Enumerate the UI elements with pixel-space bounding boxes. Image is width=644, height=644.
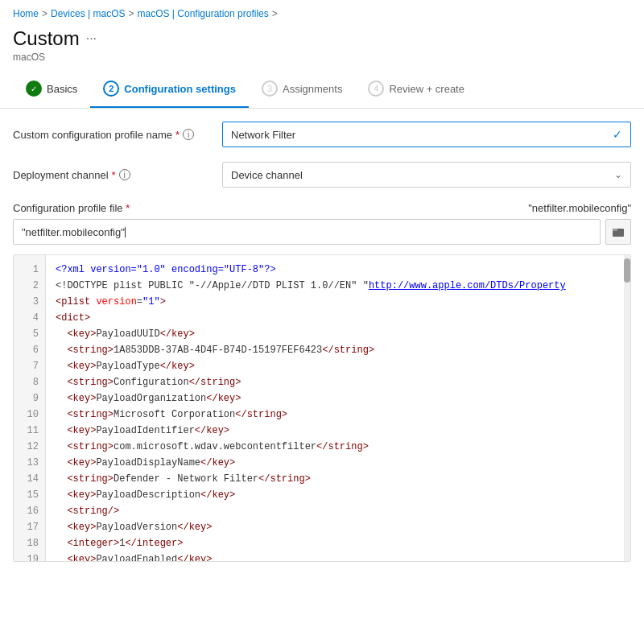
svg-rect-1 [613,229,617,231]
step-basics[interactable]: ✓ Basics [13,71,90,108]
step-configuration-label: Configuration settings [124,83,236,95]
deployment-channel-value: Device channel [231,169,303,181]
step-review-label: Review + create [389,83,464,95]
step-basics-circle: ✓ [26,80,42,97]
line-numbers: 1 2 3 4 5 6 7 8 9 10 11 12 13 14 15 16 1… [14,255,46,561]
ellipsis-button[interactable]: ··· [86,31,97,46]
scrollbar-thumb[interactable] [624,258,630,283]
step-review-circle: 4 [368,80,384,97]
form-area: Custom configuration profile name * i Ne… [0,109,644,575]
deployment-channel-row: Deployment channel * i Device channel ⌄ [13,162,631,188]
page-header: Custom ··· macOS [0,24,644,71]
file-input-box[interactable]: "netfilter.mobileconfig" [13,219,601,245]
file-input-value: "netfilter.mobileconfig" [22,226,125,238]
deployment-channel-dropdown[interactable]: Device channel ⌄ [222,162,631,188]
file-input-row: "netfilter.mobileconfig" [13,219,631,245]
step-assignments-circle: 3 [262,80,278,97]
folder-icon [613,226,624,237]
deployment-channel-arrow-icon: ⌄ [614,169,622,180]
deployment-channel-info-icon[interactable]: i [119,169,130,180]
breadcrumb: Home > Devices | macOS > macOS | Configu… [0,0,644,24]
step-configuration[interactable]: 2 Configuration settings [90,71,249,108]
code-content[interactable]: <?xml version="1.0" encoding="UTF-8"?> <… [46,255,630,561]
profile-name-value: Network Filter [231,129,295,141]
page-subtitle: macOS [13,52,631,63]
scrollbar[interactable] [624,255,630,561]
code-area: 1 2 3 4 5 6 7 8 9 10 11 12 13 14 15 16 1… [14,255,630,561]
deployment-channel-label: Deployment channel * i [13,169,222,181]
breadcrumb-home[interactable]: Home [13,8,39,19]
profile-name-info-icon[interactable]: i [183,129,194,140]
breadcrumb-profiles[interactable]: macOS | Configuration profiles [138,8,269,19]
config-file-label: Configuration profile file * [13,202,222,214]
step-assignments-label: Assignments [283,83,342,95]
step-assignments[interactable]: 3 Assignments [249,71,355,108]
profile-name-check-icon: ✓ [613,128,622,141]
profile-name-dropdown[interactable]: Network Filter ✓ [222,122,631,147]
config-file-row: Configuration profile file * "netfilter.… [13,202,631,214]
cursor [125,227,126,237]
page-title: Custom [13,27,80,50]
code-editor[interactable]: 1 2 3 4 5 6 7 8 9 10 11 12 13 14 15 16 1… [13,254,631,562]
step-basics-label: Basics [47,83,77,95]
steps-bar: ✓ Basics 2 Configuration settings 3 Assi… [0,71,644,109]
file-browse-button[interactable] [605,219,631,245]
step-configuration-circle: 2 [103,80,119,97]
profile-name-label: Custom configuration profile name * i [13,129,222,141]
config-file-current: "netfilter.mobileconfig" [528,202,631,214]
profile-name-row: Custom configuration profile name * i Ne… [13,122,631,147]
config-file-value: "netfilter.mobileconfig" [222,202,631,214]
step-review[interactable]: 4 Review + create [355,71,477,108]
breadcrumb-devices[interactable]: Devices | macOS [51,8,125,19]
